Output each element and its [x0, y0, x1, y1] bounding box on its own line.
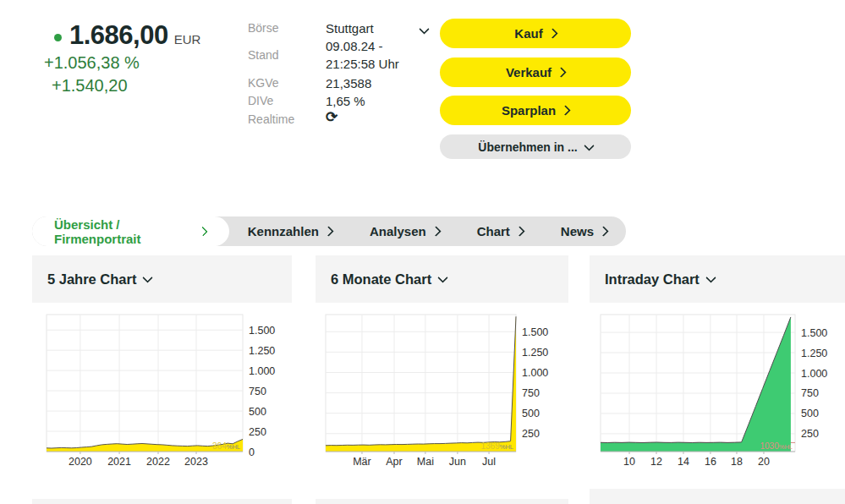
chevron-right-icon	[547, 28, 558, 39]
chart-card-6-monate: 6 Monate Chart 2505007501.0001.2501.500M…	[316, 255, 568, 479]
kgve-value: 21,3588	[326, 76, 371, 90]
svg-text:12: 12	[650, 456, 662, 468]
tab-analysen[interactable]: Analysen	[351, 216, 458, 246]
kauf-button-label: Kauf	[514, 26, 542, 41]
svg-text:2020: 2020	[69, 456, 92, 468]
chart-title: 5 Jahre Chart	[47, 271, 136, 288]
svg-text:10: 10	[623, 456, 635, 468]
quote-timestamp-time: 21:25:58 Uhr	[326, 57, 399, 71]
next-section-card	[32, 499, 292, 504]
verkauf-button[interactable]: Verkauf	[440, 58, 631, 87]
chevron-right-icon	[323, 226, 334, 237]
svg-text:500: 500	[801, 408, 819, 419]
kauf-button[interactable]: Kauf	[440, 19, 631, 48]
intraday-chart: 2505007501.0001.2501.5001012141618201030…	[590, 310, 845, 479]
tab-news[interactable]: News	[542, 216, 626, 246]
chevron-down-icon[interactable]	[419, 24, 430, 35]
tab-chart[interactable]: Chart	[458, 216, 542, 246]
tab-uebersicht-firmenportrait[interactable]: Übersicht / Firmenportrait	[32, 216, 229, 246]
svg-text:Mai: Mai	[417, 456, 434, 468]
svg-text:1.000: 1.000	[522, 367, 548, 379]
svg-text:1.000: 1.000	[249, 365, 275, 377]
chevron-right-icon	[598, 226, 609, 237]
chevron-down-icon	[705, 272, 716, 283]
svg-text:Jul: Jul	[482, 456, 496, 468]
svg-text:1.250: 1.250	[801, 348, 827, 359]
detail-label-boerse: Börse	[248, 21, 279, 35]
detail-label-dive: DIVe	[248, 94, 273, 107]
svg-text:1.500: 1.500	[801, 327, 827, 339]
chart-card-intraday: Intraday Chart 2505007501.0001.2501.5001…	[590, 255, 845, 479]
tab-label: News	[561, 224, 594, 238]
detail-label-kgve: KGVe	[248, 76, 279, 90]
svg-text:364%HL: 364%HL	[212, 441, 240, 451]
chevron-right-icon	[431, 226, 442, 237]
dive-value: 1,65 %	[326, 94, 365, 108]
chevron-right-icon	[560, 105, 571, 116]
svg-text:250: 250	[249, 426, 266, 438]
change-absolute: +1.540,20	[52, 76, 128, 96]
svg-text:Mär: Mär	[353, 456, 371, 468]
chevron-right-icon	[556, 67, 567, 78]
verkauf-button-label: Verkauf	[506, 65, 551, 79]
svg-text:16: 16	[705, 456, 716, 468]
chart-period-dropdown[interactable]: 5 Jahre Chart	[32, 255, 292, 303]
next-section-card	[590, 489, 845, 504]
svg-text:2023: 2023	[184, 456, 208, 468]
svg-text:Jun: Jun	[449, 456, 466, 468]
section-tabbar: Übersicht / Firmenportrait Kennzahlen An…	[32, 216, 626, 246]
six-month-chart: 2505007501.0001.2501.500MärAprMaiJunJul1…	[316, 310, 568, 479]
svg-text:750: 750	[249, 386, 266, 397]
price-currency: EUR	[174, 32, 201, 47]
chevron-right-icon	[198, 226, 208, 236]
svg-text:1.250: 1.250	[522, 347, 548, 359]
svg-text:250: 250	[522, 428, 540, 440]
uebernehmen-dropdown-button[interactable]: Übernehmen in ...	[440, 134, 631, 159]
chart-period-dropdown[interactable]: Intraday Chart	[590, 255, 845, 303]
chevron-right-icon	[514, 226, 525, 237]
svg-text:500: 500	[249, 406, 266, 418]
quote-timestamp-date: 09.08.24 -	[326, 39, 383, 53]
chevron-down-icon	[143, 272, 154, 283]
svg-text:1369%HL: 1369%HL	[480, 441, 513, 451]
chart-card-5-jahre: 5 Jahre Chart 02505007501.0001.2501.5002…	[32, 255, 292, 479]
refresh-icon[interactable]: ⟳	[326, 110, 337, 124]
price-status-dot	[54, 34, 62, 41]
svg-text:1.500: 1.500	[522, 326, 548, 338]
tab-kennzahlen[interactable]: Kennzahlen	[229, 216, 351, 246]
sparplan-button[interactable]: Sparplan	[440, 96, 631, 125]
exchange-select[interactable]: Stuttgart	[326, 21, 374, 36]
chart-title: 6 Monate Chart	[331, 271, 431, 288]
chevron-down-icon	[437, 272, 448, 283]
stock-quote-page: 1.686,00 EUR +1.056,38 % +1.540,20 Börse…	[0, 0, 845, 504]
uebernehmen-button-label: Übernehmen in ...	[478, 140, 577, 154]
svg-text:2022: 2022	[146, 456, 170, 468]
five-year-chart: 02505007501.0001.2501.500202020212022202…	[32, 310, 292, 479]
price-value: 1.686,00	[69, 20, 168, 51]
next-section-card	[316, 499, 568, 504]
svg-text:1.250: 1.250	[249, 345, 275, 357]
chart-title: Intraday Chart	[605, 271, 700, 288]
detail-label-realtime: Realtime	[248, 112, 294, 126]
svg-text:250: 250	[801, 428, 819, 440]
detail-label-stand: Stand	[248, 48, 279, 62]
svg-text:20: 20	[758, 456, 770, 468]
svg-text:750: 750	[801, 387, 819, 399]
current-price: 1.686,00 EUR	[69, 20, 200, 51]
tab-label: Chart	[477, 224, 510, 238]
sparplan-button-label: Sparplan	[502, 103, 556, 118]
svg-text:1030%HL: 1030%HL	[760, 441, 793, 451]
svg-text:1.500: 1.500	[249, 325, 275, 337]
svg-text:2021: 2021	[107, 456, 131, 468]
tab-label: Kennzahlen	[248, 224, 319, 238]
svg-text:18: 18	[731, 456, 743, 468]
svg-text:1.000: 1.000	[801, 368, 827, 380]
svg-text:Apr: Apr	[386, 456, 402, 468]
svg-text:500: 500	[522, 408, 540, 419]
tab-label: Übersicht / Firmenportrait	[54, 217, 194, 246]
svg-text:750: 750	[522, 387, 540, 399]
chart-period-dropdown[interactable]: 6 Monate Chart	[316, 255, 568, 303]
chevron-down-icon	[584, 140, 595, 151]
svg-text:14: 14	[678, 456, 689, 468]
svg-text:0: 0	[249, 446, 255, 458]
